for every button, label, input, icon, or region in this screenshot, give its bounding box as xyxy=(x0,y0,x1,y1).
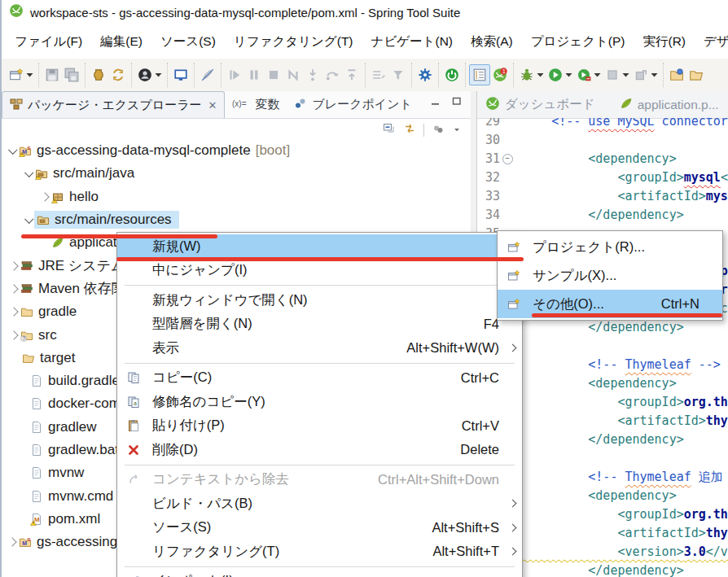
disconnect-icon[interactable] xyxy=(283,65,303,85)
suspend-icon[interactable] xyxy=(244,65,264,85)
tree-item-src-main-java[interactable]: src/main/java xyxy=(2,162,471,185)
menubar-item-0[interactable]: ファイル(F) xyxy=(6,29,91,55)
context-menu-item-15[interactable]: リファクタリング(T)Alt+Shift+T xyxy=(117,540,522,564)
editor-tab-1[interactable]: application.p... xyxy=(620,97,719,113)
collapse-all-icon[interactable] xyxy=(383,122,396,138)
menubar-item-1[interactable]: 編集(E) xyxy=(91,29,151,55)
view-menu-icon[interactable] xyxy=(432,122,445,138)
chevron-collapsed-icon[interactable] xyxy=(7,539,18,545)
run-last-dropdown-icon[interactable] xyxy=(651,72,658,78)
context-menu-item-14[interactable]: ソース(S)Alt+Shift+S xyxy=(117,516,522,540)
context-menu-item-7[interactable]: コピー(C)Ctrl+C xyxy=(117,366,522,391)
debug-bug-icon[interactable] xyxy=(517,65,537,85)
chevron-expanded-icon[interactable] xyxy=(23,216,34,223)
tree-item-hello[interactable]: hello xyxy=(2,186,471,208)
tab-label: ブレークポイント xyxy=(312,97,411,112)
chevron-collapsed-icon[interactable] xyxy=(8,286,20,292)
code-line: 34 </dependency> xyxy=(477,206,728,225)
context-menu-item-4[interactable]: 型階層を開く(N)F4 xyxy=(117,313,522,337)
menubar-item-4[interactable]: ナビゲート(N) xyxy=(362,29,462,55)
context-menu-item-5[interactable]: 表示Alt+Shift+W(W) xyxy=(117,336,522,361)
context-menu-item-9[interactable]: 貼り付け(P)Ctrl+V xyxy=(117,414,522,439)
code-segment: use MySQL xyxy=(588,118,654,131)
menu-item-shortcut: Alt+Shift+W(W) xyxy=(406,340,506,356)
context-menu-item-1[interactable]: 中にジャンプ(I) xyxy=(117,259,522,283)
code-segment: mysql xyxy=(684,168,721,187)
copy-icon xyxy=(125,371,142,384)
dropdown-icon[interactable] xyxy=(452,123,462,138)
stop-dropdown-icon[interactable] xyxy=(622,72,629,78)
gear-icon[interactable] xyxy=(415,65,435,85)
step-filters-icon[interactable] xyxy=(388,65,408,85)
run-dropdown-icon[interactable] xyxy=(565,72,572,78)
menubar-item-8[interactable]: デザイン(D) xyxy=(695,29,728,55)
step-into-icon[interactable] xyxy=(303,65,322,85)
step-over-icon[interactable] xyxy=(322,65,342,85)
link-with-editor-icon[interactable] xyxy=(403,122,416,138)
chevron-collapsed-icon[interactable] xyxy=(8,308,20,315)
tab-variables[interactable]: (x)=変数 xyxy=(225,91,287,118)
editor-tab-label: ダッシュボード xyxy=(505,96,595,113)
annotations-off-icon[interactable] xyxy=(198,65,217,85)
tab-package-explorer[interactable]: パッケージ・エクスプローラー✕ xyxy=(2,91,225,118)
chevron-collapsed-icon[interactable] xyxy=(8,332,20,339)
profile-run-icon[interactable] xyxy=(574,65,594,85)
code-segment: Thymeleaf xyxy=(625,468,691,487)
context-menu-item-8[interactable]: a修飾名のコピー(Y) xyxy=(117,390,522,414)
code-segment: <version> xyxy=(515,543,684,562)
save-all-icon[interactable] xyxy=(62,65,81,85)
debug-bug-dropdown-icon[interactable] xyxy=(537,72,544,78)
tab-breakpoints[interactable]: ブレークポイント xyxy=(287,91,419,118)
terminate-icon[interactable] xyxy=(264,65,283,85)
user-avatar-icon[interactable] xyxy=(135,65,155,85)
resume-icon[interactable] xyxy=(225,65,244,85)
jar-icon[interactable] xyxy=(89,65,108,85)
show-execution-icon[interactable] xyxy=(369,65,388,85)
chevron-expanded-icon[interactable] xyxy=(23,170,34,177)
menubar-item-5[interactable]: 検索(A) xyxy=(462,29,522,55)
code-segment: org.thymeleaf xyxy=(684,393,728,412)
console-icon[interactable] xyxy=(171,65,191,85)
boot-power-icon[interactable] xyxy=(442,65,462,85)
code-segment: 追加 --> xyxy=(691,468,728,487)
tree-item-label: gs-accessing-data-mysql-complete xyxy=(35,142,252,159)
new-wizard-dropdown-icon[interactable] xyxy=(26,72,33,78)
context-menu-item-13[interactable]: ビルド・パス(B) xyxy=(117,492,522,516)
context-menu-item-17[interactable]: インポート(I)... xyxy=(117,570,522,577)
spring-badge-icon[interactable]: 1 xyxy=(490,65,510,85)
profile-run-dropdown-icon[interactable] xyxy=(594,72,601,78)
main-toolbar: 1 xyxy=(0,59,728,91)
menu-item-label: 型階層を開く(N) xyxy=(152,315,252,333)
code-segment: thymeleaf-spring5 xyxy=(706,412,728,431)
menubar-item-7[interactable]: 実行(R) xyxy=(634,29,695,55)
context-menu-item-10[interactable]: 削除(D)Delete xyxy=(117,438,522,462)
stop-icon[interactable] xyxy=(603,65,622,85)
minimize-icon[interactable] xyxy=(429,94,442,111)
new-submenu-item-1[interactable]: サンプル(X)... xyxy=(498,261,722,290)
sync-icon[interactable] xyxy=(108,65,128,85)
submenu-arrow-icon xyxy=(506,549,515,554)
editor-tab-0[interactable]: ダッシュボード xyxy=(485,96,595,114)
restore-icon[interactable] xyxy=(450,94,463,111)
run-last-icon[interactable] xyxy=(631,65,651,85)
step-return-icon[interactable] xyxy=(342,65,362,85)
new-wizard-icon[interactable] xyxy=(7,65,26,85)
menubar-item-2[interactable]: ソース(S) xyxy=(151,29,225,55)
new-submenu-item-0[interactable]: プロジェクト(R)... xyxy=(498,233,722,261)
chevron-expanded-icon[interactable] xyxy=(7,147,18,154)
chevron-collapsed-icon[interactable] xyxy=(39,194,50,200)
open-folder-new-icon[interactable] xyxy=(667,65,686,85)
chevron-collapsed-icon[interactable] xyxy=(8,263,20,269)
open-folder-icon[interactable] xyxy=(686,65,706,85)
context-menu-item-3[interactable]: 新規ウィンドウで開く(N) xyxy=(117,288,522,313)
tree-item-gs-accessing-data-mysql-complete[interactable]: MSgs-accessing-data-mysql-complete [boot… xyxy=(2,139,471,162)
menu-item-label: 中にジャンプ(I) xyxy=(152,261,248,279)
menubar-item-6[interactable]: プロジェクト(P) xyxy=(522,29,634,55)
run-icon[interactable] xyxy=(546,65,565,85)
panel-toggle-icon[interactable] xyxy=(469,64,490,85)
menubar-item-3[interactable]: リファクタリング(T) xyxy=(225,29,362,55)
tree-item-src-main-resources[interactable]: src/main/resources xyxy=(2,208,471,231)
user-avatar-dropdown-icon[interactable] xyxy=(155,72,162,78)
close-icon[interactable]: ✕ xyxy=(208,99,217,111)
save-icon[interactable] xyxy=(42,65,62,85)
